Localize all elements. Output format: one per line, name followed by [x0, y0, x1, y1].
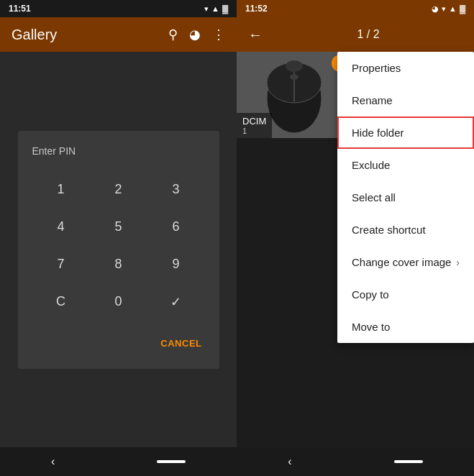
pin-key-5[interactable]: 5	[90, 209, 147, 246]
chevron-right-icon: ›	[456, 257, 460, 268]
left-back-icon[interactable]: ‹	[51, 455, 55, 468]
menu-item-change-cover[interactable]: Change cover image ›	[337, 246, 474, 278]
folder-count: 1	[242, 127, 266, 135]
right-nav-bar: ‹	[237, 447, 474, 476]
signal-icon: ▲	[211, 4, 219, 13]
menu-item-create-shortcut[interactable]: Create shortcut	[337, 214, 474, 246]
pin-key-confirm[interactable]: ✓	[147, 283, 205, 321]
folder-info: DCIM 1	[237, 113, 272, 138]
app-title: Gallery	[12, 27, 57, 43]
left-nav-bar: ‹	[0, 447, 237, 476]
pin-label: Enter PIN	[32, 145, 205, 157]
menu-move-to-label: Move to	[352, 321, 390, 333]
menu-item-rename[interactable]: Rename	[337, 84, 474, 116]
left-status-bar: 11:51 ▾ ▲ ▓	[0, 0, 237, 17]
pin-key-3[interactable]: 3	[147, 171, 205, 209]
right-status-icons: ◕ ▾ ▲ ▓	[432, 4, 465, 14]
cancel-button[interactable]: CANCEL	[158, 332, 204, 354]
right-signal-icon: ▲	[449, 4, 457, 13]
menu-item-exclude[interactable]: Exclude	[337, 149, 474, 181]
svg-point-3	[286, 60, 303, 72]
menu-create-shortcut-label: Create shortcut	[352, 224, 426, 236]
more-options-icon[interactable]: ⋮	[212, 27, 225, 42]
right-battery-icon: ▓	[460, 4, 465, 13]
pin-key-9[interactable]: 9	[147, 246, 205, 283]
right-panel: 11:52 ◕ ▾ ▲ ▓ ← 1 / 2	[237, 0, 474, 476]
menu-item-properties[interactable]: Properties	[337, 52, 474, 84]
page-indicator: 1 / 2	[274, 28, 462, 41]
menu-rename-label: Rename	[352, 94, 393, 106]
pin-actions: CANCEL	[32, 326, 205, 354]
pin-key-clear[interactable]: C	[32, 283, 90, 321]
menu-copy-to-label: Copy to	[352, 288, 389, 301]
right-app-bar: ← 1 / 2	[237, 17, 474, 52]
menu-change-cover-label: Change cover image	[352, 256, 451, 268]
menu-item-hide-folder[interactable]: Hide folder	[337, 116, 474, 149]
right-home-indicator	[394, 460, 423, 463]
pin-key-1[interactable]: 1	[32, 171, 90, 209]
battery-icon: ▓	[222, 4, 228, 13]
pin-dialog: Enter PIN 1 2 3 4 5 6 7 8 9 C 0 ✓ CANCEL	[18, 131, 219, 369]
menu-item-move-to[interactable]: Move to	[337, 311, 474, 343]
left-panel: 11:51 ▾ ▲ ▓ Gallery ⚲ ◕ ⋮ Enter PIN 1 2 …	[0, 0, 237, 476]
menu-item-select-all[interactable]: Select all	[337, 181, 474, 214]
folder-name: DCIM	[242, 116, 266, 127]
app-bar-actions: ⚲ ◕ ⋮	[168, 27, 225, 42]
left-content: Enter PIN 1 2 3 4 5 6 7 8 9 C 0 ✓ CANCEL	[0, 52, 237, 447]
pin-key-0[interactable]: 0	[90, 283, 147, 321]
pin-key-7[interactable]: 7	[32, 246, 90, 283]
menu-select-all-label: Select all	[352, 191, 396, 203]
left-app-bar: Gallery ⚲ ◕ ⋮	[0, 17, 237, 52]
context-menu: Properties Rename Hide folder Exclude Se…	[337, 52, 474, 343]
right-camera-status-icon: ◕	[432, 4, 439, 14]
menu-exclude-label: Exclude	[352, 159, 390, 171]
pin-grid: 1 2 3 4 5 6 7 8 9 C 0 ✓	[32, 171, 205, 321]
svg-point-4	[290, 74, 298, 80]
right-wifi-icon: ▾	[442, 4, 446, 14]
home-indicator	[157, 460, 186, 463]
search-icon[interactable]: ⚲	[168, 27, 178, 42]
left-time: 11:51	[9, 4, 31, 14]
right-time: 11:52	[245, 4, 268, 14]
menu-hide-folder-label: Hide folder	[352, 127, 404, 139]
right-back-nav-icon[interactable]: ‹	[288, 455, 291, 468]
pin-key-6[interactable]: 6	[147, 209, 205, 246]
pin-key-8[interactable]: 8	[90, 246, 147, 283]
menu-item-copy-to[interactable]: Copy to	[337, 278, 474, 311]
wifi-icon: ▾	[204, 4, 209, 14]
left-status-icons: ▾ ▲ ▓	[204, 4, 228, 14]
pin-key-2[interactable]: 2	[90, 171, 147, 209]
right-status-bar: 11:52 ◕ ▾ ▲ ▓	[237, 0, 474, 17]
camera-icon[interactable]: ◕	[189, 27, 201, 42]
folder-thumbnail[interactable]: ✓ DCIM 1	[237, 52, 352, 138]
right-back-icon[interactable]: ←	[248, 27, 263, 43]
right-content: ✓ DCIM 1 Properties Rename Hide folder E…	[237, 52, 474, 447]
menu-properties-label: Properties	[352, 62, 401, 74]
pin-key-4[interactable]: 4	[32, 209, 90, 246]
